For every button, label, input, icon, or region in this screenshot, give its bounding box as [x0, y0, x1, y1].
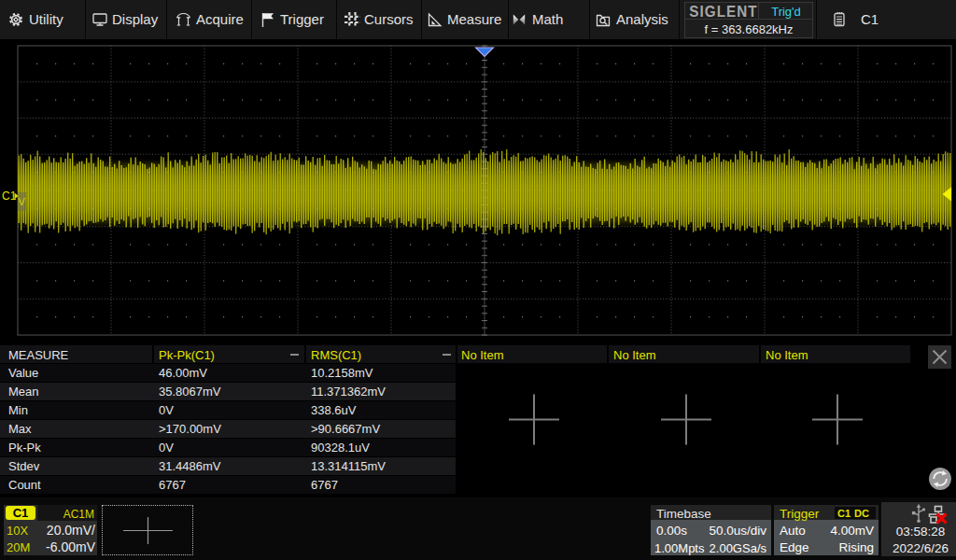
svg-text:V: V [19, 196, 26, 207]
svg-text:C1: C1 [2, 189, 17, 203]
